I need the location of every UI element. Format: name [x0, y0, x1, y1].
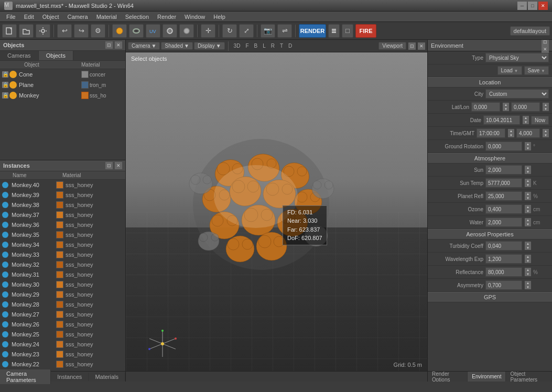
time-down[interactable]: ▼ [508, 133, 514, 137]
instance-row[interactable]: Monkey.26 sss_honey [0, 319, 125, 329]
instance-row[interactable]: Monkey.36 sss_honey [0, 220, 125, 230]
gmt-down[interactable]: ▼ [543, 133, 549, 137]
torus-button[interactable] [129, 24, 144, 38]
undo-button[interactable]: ↩ [57, 24, 72, 38]
scale-button[interactable]: ⤢ [239, 24, 254, 38]
pr-down[interactable]: ▼ [525, 196, 531, 200]
tab-camera-parameters[interactable]: Camera Parameters [0, 369, 51, 384]
new-button[interactable] [2, 24, 17, 38]
we-up[interactable]: ▲ [525, 255, 531, 259]
now-button[interactable]: Now [531, 116, 549, 125]
gmt-up[interactable]: ▲ [543, 129, 549, 133]
date-down[interactable]: ▼ [523, 120, 529, 124]
instance-row[interactable]: Monkey.35 sss_honey [0, 230, 125, 239]
we-down[interactable]: ▼ [525, 259, 531, 263]
view-b[interactable]: B [252, 43, 259, 49]
ozone-input[interactable] [485, 204, 522, 214]
load-button[interactable]: Load ▼ [497, 66, 522, 75]
menu-material[interactable]: Material [92, 13, 121, 21]
st-up[interactable]: ▲ [525, 179, 531, 183]
tab-materials[interactable]: Materials [89, 373, 125, 381]
lon-input[interactable] [511, 102, 540, 112]
object-row-plane[interactable]: 🔒 Plane tron_m [0, 80, 125, 90]
oz-down[interactable]: ▼ [525, 209, 531, 213]
uv-button[interactable]: UV [146, 24, 160, 38]
instance-row[interactable]: Monkey.40 sss_honey [0, 180, 125, 190]
gmt-input[interactable] [516, 128, 540, 138]
layout-selector[interactable]: defaultlayout [510, 26, 550, 36]
menu-object[interactable]: Object [38, 13, 63, 21]
world-button[interactable] [163, 24, 177, 38]
close-button[interactable]: ✕ [538, 2, 548, 10]
display-dropdown[interactable]: Display ▼ [194, 42, 225, 50]
sphere-button[interactable] [112, 24, 127, 38]
instance-row[interactable]: Monkey.32 sss_honey [0, 259, 125, 269]
view-t[interactable]: T [278, 43, 285, 49]
lon-up[interactable]: ▲ [543, 103, 549, 107]
instance-row[interactable]: Monkey.37 sss_honey [0, 210, 125, 220]
view-r[interactable]: R [269, 43, 277, 49]
view-d[interactable]: D [286, 43, 294, 49]
instance-row[interactable]: Monkey.22 sss_honey [0, 359, 125, 369]
view-l[interactable]: L [261, 43, 268, 49]
flip-button[interactable]: ⇌ [277, 24, 292, 38]
tab-objects[interactable]: Objects [39, 51, 73, 60]
lat-down[interactable]: ▼ [503, 107, 509, 111]
water-input[interactable] [485, 217, 522, 227]
as-up[interactable]: ▲ [525, 281, 531, 285]
objects-dock-button[interactable]: ⊡ [105, 41, 113, 49]
as-down[interactable]: ▼ [525, 285, 531, 289]
instance-row[interactable]: Monkey.29 sss_honey [0, 289, 125, 299]
viewport-canvas[interactable]: Select objects [126, 52, 427, 371]
rf-down[interactable]: ▼ [525, 272, 531, 276]
st-down[interactable]: ▼ [525, 183, 531, 187]
menu-help[interactable]: Help [209, 13, 230, 21]
instance-row[interactable]: Monkey.23 sss_honey [0, 349, 125, 359]
asymmetry-input[interactable] [485, 280, 522, 290]
tab-cameras[interactable]: Cameras [0, 51, 39, 60]
settings-button[interactable] [36, 24, 50, 38]
viewport-close[interactable]: ✕ [418, 42, 425, 50]
type-dropdown[interactable]: Physical Sky [485, 53, 549, 62]
instance-row[interactable]: Monkey.30 sss_honey [0, 279, 125, 289]
reflectance-input[interactable] [485, 267, 522, 277]
pr-up[interactable]: ▲ [525, 192, 531, 196]
camera-dropdown[interactable]: Camera ▼ [128, 42, 160, 50]
rotate-button[interactable]: ↻ [222, 24, 237, 38]
maximize-button[interactable]: □ [528, 2, 537, 10]
viewport-label-btn[interactable]: Viewport [378, 42, 406, 50]
render-opt-button[interactable] [328, 24, 340, 38]
instance-row[interactable]: Monkey.24 sss_honey [0, 339, 125, 349]
render-button[interactable]: RENDER [299, 24, 326, 38]
menu-edit[interactable]: Edit [20, 13, 38, 21]
turbidity-input[interactable] [485, 241, 522, 251]
view-f[interactable]: F [243, 43, 251, 49]
instance-row[interactable]: Monkey.39 sss_honey [0, 190, 125, 200]
save-button[interactable]: Save ▼ [524, 66, 549, 75]
instance-row[interactable]: Monkey.27 sss_honey [0, 309, 125, 319]
rf-up[interactable]: ▲ [525, 268, 531, 272]
gr-up[interactable]: ▲ [525, 142, 531, 146]
menu-window[interactable]: Window [180, 13, 209, 21]
w-down[interactable]: ▼ [525, 222, 531, 226]
time-input[interactable] [477, 128, 505, 138]
instance-row[interactable]: Monkey.38 sss_honey [0, 200, 125, 210]
time-up[interactable]: ▲ [508, 129, 514, 133]
tab-object-parameters[interactable]: Object Parameters [506, 372, 552, 382]
tab-render-options[interactable]: Render Options [428, 372, 468, 382]
move-button[interactable]: ✛ [201, 24, 215, 38]
env-dock-button[interactable]: ⊡ [542, 40, 549, 46]
instance-row[interactable]: Monkey.33 sss_honey [0, 249, 125, 259]
oz-up[interactable]: ▲ [525, 205, 531, 209]
ground-rotation-input[interactable] [485, 141, 522, 151]
tc-up[interactable]: ▲ [525, 242, 531, 246]
sun-down[interactable]: ▼ [525, 170, 531, 174]
tc-down[interactable]: ▼ [525, 246, 531, 250]
lon-down[interactable]: ▼ [543, 107, 549, 111]
menu-file[interactable]: File [2, 13, 20, 21]
gear-button[interactable]: ⚙ [91, 24, 105, 38]
instance-row[interactable]: Monkey.34 sss_honey [0, 239, 125, 249]
planet-refl-input[interactable] [485, 191, 522, 201]
date-input[interactable] [483, 115, 520, 125]
render-extra-button[interactable]: □ [342, 24, 353, 38]
